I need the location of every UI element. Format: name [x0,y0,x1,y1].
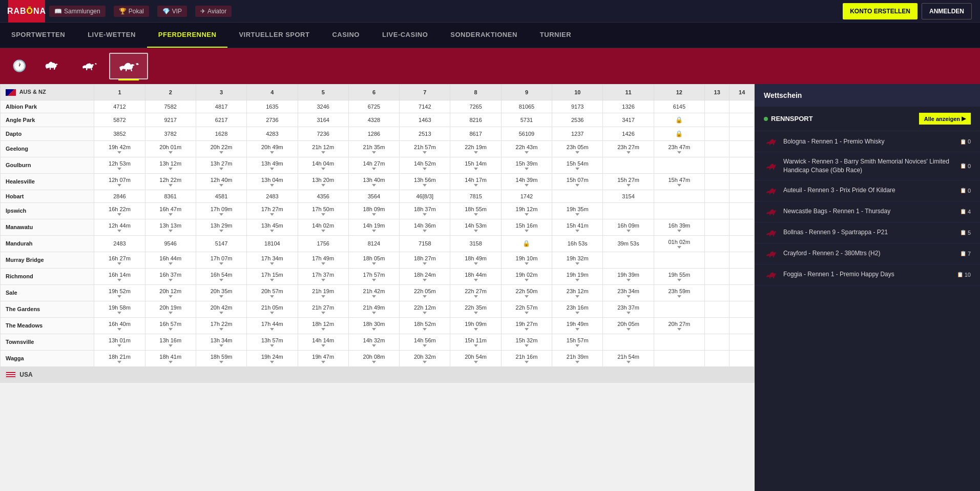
race-list-item[interactable]: Newcastle Bags - Rennen 1 - Thursday 📋 4 [755,201,980,222]
race-list-item[interactable]: Auteuil - Rennen 3 - Prix Pride Of Kilda… [755,180,980,201]
race-cell[interactable]: 1426 [603,127,654,140]
race-cell[interactable]: 16h 57m [145,317,196,334]
race-cell[interactable]: 1326 [603,100,654,113]
race-cell[interactable]: 6217 [196,113,246,127]
race-cell[interactable]: 13h 40m [348,173,399,190]
race-cell[interactable]: 7582 [145,100,196,113]
race-cell[interactable]: 20h 22m [196,140,246,157]
race-cell[interactable]: 19h 55m [654,268,704,284]
race-cell[interactable]: 14h 56m [400,334,450,350]
race-cell[interactable]: 13h 49m [247,157,298,173]
race-cell[interactable]: 7158 [400,235,450,252]
sammlungen-link[interactable]: 📖 Sammlungen [49,6,106,17]
race-cell[interactable]: 13h 57m [247,334,298,350]
race-cell[interactable]: 2513 [400,127,450,140]
race-cell[interactable]: 17h 15m [247,268,298,284]
race-cell[interactable]: 1628 [196,127,246,140]
race-cell[interactable]: 56109 [501,127,552,140]
race-cell[interactable]: 16h 14m [94,268,145,284]
race-cell[interactable]: 7265 [450,100,501,113]
race-cell[interactable]: 16h 39m [654,219,704,235]
race-cell[interactable]: 12h 40m [196,173,246,190]
race-cell[interactable]: 15h 16m [501,219,552,235]
race-cell[interactable]: 18h 55m [450,202,501,219]
race-cell[interactable]: 20h 57m [247,284,298,301]
race-cell[interactable]: 15h 57m [552,334,603,350]
race-cell[interactable]: 1756 [298,235,348,252]
race-cell[interactable]: 16h 53s [552,235,603,252]
race-cell[interactable]: 4817 [196,100,246,113]
race-cell[interactable]: 7236 [298,127,348,140]
race-cell[interactable]: 7142 [400,100,450,113]
nav-virtueller-sport[interactable]: VIRTUELLER SPORT [227,23,321,48]
cat-horse3[interactable] [109,53,148,79]
race-cell[interactable]: 20h 35m [196,284,246,301]
race-cell[interactable]: 17h 37m [298,268,348,284]
nav-pferderennen[interactable]: PFERDERENNEN [147,23,228,48]
race-cell[interactable]: 18104 [247,235,298,252]
race-cell[interactable]: 4328 [348,113,399,127]
race-cell[interactable]: 19h 52m [94,284,145,301]
race-cell[interactable]: 46[8/3] [400,190,450,202]
race-cell[interactable]: 22h 19m [450,140,501,157]
table-row[interactable]: Angle Park587292176217273631644328146382… [1,113,755,127]
race-cell[interactable]: 9173 [552,100,603,113]
race-cell[interactable]: 2483 [94,235,145,252]
race-cell[interactable]: 23h 27m [603,140,654,157]
race-cell[interactable]: 22h 57m [501,301,552,317]
race-cell[interactable]: 14h 27m [348,157,399,173]
race-cell[interactable]: 19h 10m [501,252,552,268]
race-cell[interactable]: 17h 27m [247,202,298,219]
race-cell[interactable]: 19h 35m [552,202,603,219]
vip-link[interactable]: 💎 VIP [157,6,187,17]
race-cell[interactable]: 20h 49m [247,140,298,157]
nav-sonderaktionen[interactable]: SONDERAKTIONEN [439,23,529,48]
race-cell[interactable]: 1286 [348,127,399,140]
race-cell[interactable]: 16h 22m [94,202,145,219]
nav-sportwetten[interactable]: SPORTWETTEN [0,23,76,48]
race-cell[interactable]: 17h 09m [196,202,246,219]
race-cell[interactable]: 23h 34m [603,284,654,301]
race-cell[interactable]: 23h 16m [552,301,603,317]
race-cell[interactable]: 21h 54m [603,350,654,366]
race-cell[interactable]: 23h 47m [654,140,704,157]
race-cell[interactable]: 16h 40m [94,317,145,334]
race-cell[interactable]: 12h 44m [94,219,145,235]
race-cell[interactable]: 19h 24m [247,350,298,366]
race-cell[interactable]: 20h 27m [654,317,704,334]
cat-recent[interactable]: 🕐 [5,54,33,78]
race-cell[interactable]: 17h 07m [196,252,246,268]
race-cell[interactable]: 21h 39m [552,350,603,366]
race-cell[interactable]: 19h 49m [552,317,603,334]
race-cell[interactable]: 1742 [501,190,552,202]
race-cell[interactable]: 21h 16m [501,350,552,366]
race-cell[interactable]: 15h 11m [450,334,501,350]
race-cell[interactable]: 18h 52m [400,317,450,334]
table-row[interactable]: Richmond16h 14m16h 37m16h 54m17h 15m17h … [1,268,755,284]
race-cell[interactable]: 18h 21m [94,350,145,366]
race-cell[interactable]: 81065 [501,100,552,113]
alle-anzeigen-button[interactable]: Alle anzeigen ▶ [919,113,971,125]
race-cell[interactable]: 15h 41m [552,219,603,235]
table-row[interactable]: The Meadows16h 40m16h 57m17h 22m17h 44m1… [1,317,755,334]
table-row[interactable]: Sale19h 52m20h 12m20h 35m20h 57m21h 19m2… [1,284,755,301]
race-cell[interactable]: 17h 57m [348,268,399,284]
race-cell[interactable]: 15h 14m [450,157,501,173]
race-list-item[interactable]: Bollnas - Rennen 9 - Spartrappa - P21 📋 … [755,222,980,243]
race-cell[interactable]: 19h 27m [501,317,552,334]
race-cell[interactable]: 20h 54m [450,350,501,366]
race-cell[interactable]: 7815 [450,190,501,202]
login-button[interactable]: ANMELDEN [922,3,972,19]
race-cell[interactable]: 2846 [94,190,145,202]
table-row[interactable]: Mandurah24839546514718104175681247158315… [1,235,755,252]
table-row[interactable]: Hobart28468361458124834356356446[8/3]781… [1,190,755,202]
race-cell[interactable]: 18h 09m [348,202,399,219]
race-cell[interactable]: 13h 20m [298,173,348,190]
race-cell[interactable]: 20h 19m [145,301,196,317]
table-row[interactable]: Dapto38523782162842837236128625138617561… [1,127,755,140]
race-cell[interactable]: 14h 53m [450,219,501,235]
race-cell[interactable]: 15h 27m [603,173,654,190]
table-row[interactable]: Goulburn12h 53m13h 12m13h 27m13h 49m14h … [1,157,755,173]
race-cell[interactable]: 21h 19m [298,284,348,301]
race-cell[interactable]: 21h 35m [348,140,399,157]
